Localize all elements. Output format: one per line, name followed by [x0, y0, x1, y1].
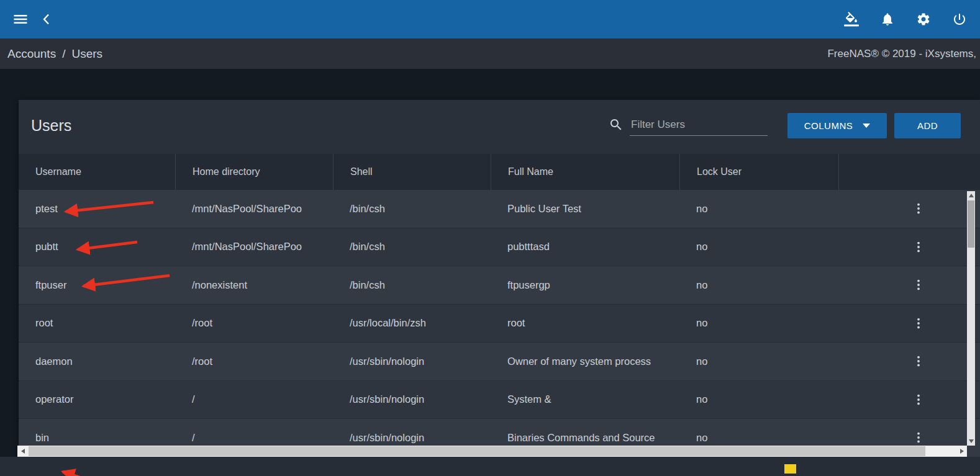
cell-lock-user: no	[679, 343, 838, 380]
cell-shell: /usr/sbin/nologin	[333, 343, 491, 380]
scroll-left-arrow[interactable]	[17, 446, 28, 457]
cell-home-directory: /	[175, 381, 333, 419]
cell-home-directory: /mnt/NasPool/SharePoo	[175, 190, 333, 228]
cell-lock-user: no	[679, 381, 838, 419]
breadcrumb-separator: /	[62, 47, 65, 61]
kebab-menu-icon	[912, 240, 925, 254]
notifications-button[interactable]	[874, 6, 901, 32]
vertical-scrollbar[interactable]	[967, 191, 975, 446]
bell-icon	[880, 12, 895, 27]
row-actions	[838, 190, 980, 228]
theme-button[interactable]	[838, 6, 864, 32]
cell-username: ptest	[19, 190, 175, 228]
page-title: Users	[31, 117, 71, 135]
cell-home-directory: /mnt/NasPool/SharePoo	[175, 228, 333, 266]
cell-lock-user: no	[679, 266, 838, 304]
kebab-menu-icon	[912, 202, 925, 215]
cell-full-name: root	[491, 305, 679, 343]
breadcrumb: Accounts / Users	[7, 47, 102, 61]
row-actions	[838, 305, 980, 343]
header-lock-user[interactable]: Lock User	[679, 154, 838, 190]
header-full-name[interactable]: Full Name	[491, 154, 679, 190]
scroll-right-arrow[interactable]	[956, 446, 967, 457]
cell-full-name: Owner of many system process	[491, 343, 679, 380]
table-row: daemon /root /usr/sbin/nologin Owner of …	[19, 343, 980, 381]
chevron-left-icon	[39, 12, 54, 27]
cell-username: daemon	[19, 343, 175, 380]
footer-highlight	[784, 464, 796, 474]
kebab-menu-button[interactable]	[908, 274, 929, 295]
horizontal-scrollbar-thumb[interactable]	[29, 446, 925, 456]
copyright-text: FreeNAS® © 2019 - iXsystems,	[827, 48, 976, 60]
dropdown-caret-icon	[863, 123, 870, 128]
cell-full-name: Public User Test	[491, 190, 679, 228]
users-card: Users COLUMNS ADD Username Home director…	[19, 100, 980, 457]
table-row: ftpuser /nonexistent /bin/csh ftpusergp …	[19, 266, 980, 305]
horizontal-scrollbar[interactable]	[17, 446, 967, 457]
scroll-down-arrow[interactable]	[967, 437, 975, 446]
topbar	[0, 0, 980, 38]
cell-lock-user: no	[679, 305, 838, 343]
kebab-menu-button[interactable]	[908, 313, 929, 334]
filter-users	[609, 116, 768, 136]
cell-shell: /bin/csh	[333, 266, 491, 304]
kebab-menu-button[interactable]	[908, 198, 929, 219]
kebab-menu-icon	[912, 317, 925, 330]
cell-lock-user: no	[679, 228, 838, 266]
breadcrumb-users[interactable]: Users	[71, 47, 102, 61]
filter-users-input[interactable]	[630, 116, 768, 136]
table-body: ptest /mnt/NasPool/SharePoo /bin/csh Pub…	[19, 190, 980, 457]
cell-shell: /usr/sbin/nologin	[333, 381, 491, 419]
cell-lock-user: no	[679, 190, 838, 228]
kebab-menu-icon	[912, 431, 925, 444]
cell-shell: /bin/csh	[333, 190, 491, 228]
menu-button[interactable]	[7, 6, 34, 32]
header-username[interactable]: Username	[19, 154, 175, 190]
header-actions	[838, 154, 980, 190]
cell-full-name: pubtttasd	[491, 228, 679, 266]
kebab-menu-button[interactable]	[908, 389, 929, 410]
search-icon	[609, 117, 624, 132]
screen: Accounts / Users FreeNAS® © 2019 - iXsys…	[0, 0, 980, 476]
cell-shell: /bin/csh	[333, 228, 491, 266]
cell-home-directory: /root	[175, 305, 333, 343]
table-row: ptest /mnt/NasPool/SharePoo /bin/csh Pub…	[19, 190, 980, 228]
add-button[interactable]: ADD	[894, 113, 961, 138]
vertical-scrollbar-thumb[interactable]	[968, 200, 974, 248]
row-actions	[838, 381, 980, 419]
row-actions	[838, 343, 980, 380]
cell-full-name: System &	[491, 381, 679, 419]
kebab-menu-button[interactable]	[908, 236, 929, 258]
card-header: Users COLUMNS ADD	[19, 100, 980, 154]
columns-button[interactable]: COLUMNS	[787, 113, 887, 138]
table-row: pubtt /mnt/NasPool/SharePoo /bin/csh pub…	[19, 228, 980, 267]
kebab-menu-icon	[912, 354, 925, 368]
cell-username: operator	[19, 381, 175, 419]
back-button[interactable]	[34, 6, 60, 32]
header-shell[interactable]: Shell	[333, 154, 491, 190]
kebab-menu-icon	[912, 278, 925, 292]
kebab-menu-icon	[912, 393, 925, 406]
cell-username: root	[19, 305, 175, 343]
cell-username: pubtt	[19, 228, 175, 266]
power-button[interactable]	[946, 6, 973, 32]
table-row: operator / /usr/sbin/nologin System & no	[19, 381, 980, 420]
cell-username: ftpuser	[19, 266, 175, 304]
kebab-menu-button[interactable]	[908, 351, 929, 372]
theme-fill-icon	[844, 12, 859, 27]
breadcrumb-accounts[interactable]: Accounts	[7, 47, 56, 61]
row-actions	[838, 228, 980, 266]
settings-button[interactable]	[910, 6, 937, 32]
add-button-label: ADD	[917, 120, 938, 131]
cell-home-directory: /nonexistent	[175, 266, 333, 304]
header-home-directory[interactable]: Home directory	[175, 154, 333, 190]
menu-icon	[12, 11, 29, 28]
table-row: root /root /usr/local/bin/zsh root no	[19, 305, 980, 343]
footer-strip	[0, 457, 980, 476]
scroll-up-arrow[interactable]	[967, 191, 975, 200]
table-header: Username Home directory Shell Full Name …	[19, 154, 980, 190]
row-actions	[838, 266, 980, 304]
power-icon	[952, 12, 967, 27]
gear-icon	[916, 12, 931, 27]
cell-home-directory: /root	[175, 343, 333, 380]
